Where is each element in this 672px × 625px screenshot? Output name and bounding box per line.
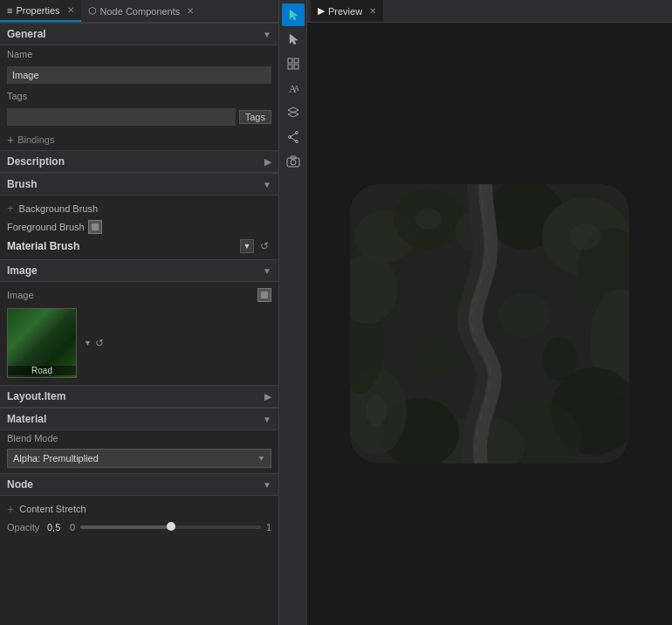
toolbar-cursor-button[interactable]	[282, 28, 305, 51]
node-title: Node	[7, 478, 33, 491]
material-title: Material	[7, 413, 46, 425]
thumbnail-controls: ▼ ↺	[84, 337, 104, 349]
image-section-header[interactable]: Image ▼	[0, 259, 278, 282]
tab-node-components-label: Node Components	[100, 6, 181, 17]
tags-label-row: Tags	[0, 87, 278, 105]
opacity-max: 1	[266, 522, 271, 532]
svg-point-36	[498, 293, 551, 337]
panel-tab-bar: ≡ Properties ✕ ⬡ Node Components ✕	[0, 0, 278, 23]
tab-properties[interactable]: ≡ Properties ✕	[0, 0, 81, 22]
preview-area: ▶ Preview ✕	[307, 0, 672, 625]
preview-road-image	[350, 184, 629, 464]
svg-rect-2	[288, 58, 292, 63]
svg-line-14	[290, 137, 297, 141]
image-label: Image	[7, 290, 34, 300]
foreground-brush-icon[interactable]	[88, 220, 102, 234]
description-section-header[interactable]: Description ▶	[0, 150, 278, 173]
text-icon: A A	[286, 81, 300, 95]
layers-icon	[286, 106, 300, 120]
brush-section-content: + Background Brush Foreground Brush Mate…	[0, 196, 278, 259]
image-picker-icon[interactable]	[257, 288, 271, 302]
preview-content	[307, 23, 672, 625]
toolbar-share-button[interactable]	[282, 126, 305, 148]
toolbar-layers-button[interactable]	[282, 101, 305, 124]
bindings-row[interactable]: + Bindings	[0, 129, 278, 150]
image-title: Image	[7, 264, 38, 277]
tags-row: Tags	[0, 105, 278, 129]
node-section-header[interactable]: Node ▼	[0, 473, 278, 496]
material-section-content: Blend Mode Alpha: Premultiplied ▼	[0, 430, 278, 473]
opacity-label: Opacity	[7, 522, 42, 532]
svg-line-13	[290, 133, 297, 137]
foreground-brush-label: Foreground Brush	[7, 222, 85, 232]
svg-rect-4	[288, 65, 292, 69]
tags-button[interactable]: Tags	[239, 110, 271, 124]
general-chevron-down: ▼	[263, 30, 271, 39]
svg-rect-5	[294, 65, 298, 69]
brush-title: Brush	[7, 178, 38, 190]
background-brush-label: Background Brush	[19, 203, 99, 214]
opacity-slider-fill	[80, 525, 170, 529]
blend-mode-select[interactable]: Alpha: Premultiplied ▼	[7, 449, 271, 468]
toolbar-text-button[interactable]: A A	[282, 77, 305, 100]
properties-icon: ≡	[7, 5, 12, 16]
share-icon	[286, 130, 300, 144]
tags-label: Tags	[7, 91, 59, 101]
opacity-row: Opacity 0,5 0 1	[0, 519, 278, 536]
cursor-icon	[286, 32, 300, 46]
opacity-min: 0	[70, 522, 75, 532]
opacity-slider[interactable]	[80, 525, 261, 529]
toolbar-camera-button[interactable]	[282, 150, 305, 173]
toolbar-grid-button[interactable]	[282, 52, 305, 75]
name-label: Name	[7, 49, 59, 59]
node-chevron-down: ▼	[263, 480, 271, 490]
content-stretch-plus[interactable]: +	[7, 502, 14, 516]
node-components-icon: ⬡	[88, 5, 97, 17]
toolbar-cursor-blue-button[interactable]	[282, 3, 305, 26]
material-section-header[interactable]: Material ▼	[0, 408, 278, 430]
grid-icon	[286, 57, 300, 71]
description-title: Description	[7, 155, 65, 168]
opacity-slider-thumb[interactable]	[167, 522, 175, 531]
tab-node-components[interactable]: ⬡ Node Components ✕	[81, 0, 202, 22]
image-section-content: Image Road ▼ ↺	[0, 282, 278, 385]
layout-item-section-header[interactable]: Layout.Item ▶	[0, 385, 278, 408]
svg-rect-0	[92, 223, 99, 230]
node-section-content: + Content Stretch Opacity 0,5 0 1	[0, 496, 278, 539]
general-section-header[interactable]: General ▼	[0, 23, 278, 45]
preview-tab-close[interactable]: ✕	[369, 6, 376, 16]
background-brush-plus[interactable]: +	[7, 202, 14, 215]
content-stretch-label: Content Stretch	[19, 504, 86, 514]
svg-point-40	[570, 223, 601, 250]
material-brush-refresh[interactable]: ↺	[257, 239, 271, 253]
tab-preview[interactable]: ▶ Preview ✕	[311, 0, 383, 22]
name-input[interactable]	[7, 66, 271, 84]
tab-node-components-close[interactable]: ✕	[187, 6, 194, 16]
svg-point-39	[415, 209, 442, 230]
thumbnail-refresh[interactable]: ↺	[95, 337, 104, 349]
left-panel: ≡ Properties ✕ ⬡ Node Components ✕ Gener…	[0, 0, 279, 625]
thumbnail-dropdown[interactable]: ▼	[84, 339, 92, 347]
svg-text:A: A	[294, 85, 299, 93]
brush-section-header[interactable]: Brush ▼	[0, 173, 278, 196]
image-chevron-down: ▼	[263, 266, 271, 276]
tags-input[interactable]	[7, 108, 236, 126]
material-brush-dropdown[interactable]: ▼	[240, 239, 254, 253]
tab-properties-close[interactable]: ✕	[67, 5, 74, 15]
svg-point-41	[366, 395, 387, 427]
material-chevron-down: ▼	[263, 415, 271, 424]
image-thumbnail-row: Road ▼ ↺	[0, 305, 278, 381]
general-title: General	[7, 28, 46, 40]
preview-tab-bar: ▶ Preview ✕	[307, 0, 672, 23]
svg-rect-1	[261, 292, 268, 299]
thumbnail-label: Road	[8, 366, 76, 375]
image-thumbnail[interactable]: Road	[7, 308, 77, 378]
brush-chevron-down: ▼	[263, 180, 271, 189]
right-panel: A A	[279, 0, 672, 625]
preview-tab-icon: ▶	[318, 5, 325, 17]
background-brush-row: + Background Brush	[0, 199, 278, 217]
material-brush-row: Material Brush ▼ ↺	[0, 237, 278, 256]
svg-point-38	[415, 341, 459, 376]
name-field-row: Name	[0, 45, 278, 63]
description-chevron-right: ▶	[264, 157, 271, 167]
